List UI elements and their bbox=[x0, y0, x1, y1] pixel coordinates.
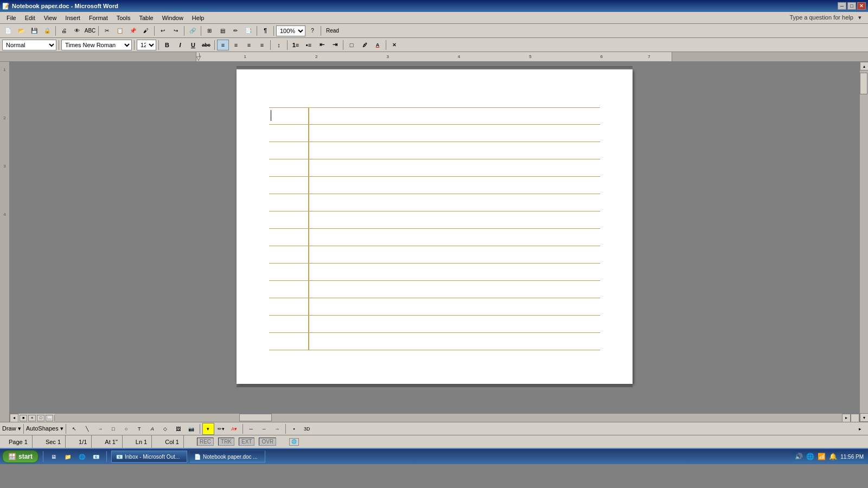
start-button[interactable]: 🪟 start bbox=[2, 450, 39, 463]
table-button[interactable]: ⊞ bbox=[203, 25, 215, 37]
normal-view-btn[interactable]: ■ bbox=[20, 415, 27, 421]
numbering-button[interactable]: 1≡ bbox=[290, 40, 302, 50]
paper-line-7[interactable] bbox=[269, 211, 600, 229]
undo-button[interactable]: ↩ bbox=[157, 25, 169, 37]
line-style-btn[interactable]: ─ bbox=[245, 423, 257, 435]
paper-line-5[interactable] bbox=[269, 177, 600, 194]
align-left-button[interactable]: ≡ bbox=[217, 40, 229, 50]
copy-button[interactable]: 📋 bbox=[114, 25, 126, 37]
font-select[interactable]: Times New Roman bbox=[61, 40, 132, 50]
v-scroll-up-btn[interactable]: ▴ bbox=[860, 62, 868, 70]
document-page[interactable] bbox=[237, 69, 633, 384]
reading-view-btn[interactable]: 📖 bbox=[46, 415, 53, 421]
show-hide-button[interactable]: ¶ bbox=[259, 25, 271, 37]
draw-button[interactable]: Draw ▾ bbox=[2, 425, 21, 432]
paper-line-2[interactable] bbox=[269, 125, 600, 142]
spell-button[interactable]: ABC bbox=[84, 25, 96, 37]
outside-border-button[interactable]: □ bbox=[346, 40, 358, 50]
paper-line-10[interactable] bbox=[269, 264, 600, 281]
tray-icon-4[interactable]: 🔔 bbox=[829, 453, 837, 460]
taskbar-quick-4[interactable]: 📧 bbox=[90, 451, 102, 463]
shadow-btn[interactable]: ▪ bbox=[288, 423, 300, 435]
strikethrough-button[interactable]: abc bbox=[200, 40, 212, 50]
zoom-select[interactable]: 100% bbox=[276, 25, 305, 36]
fill-color-btn[interactable]: ▾ bbox=[202, 423, 214, 435]
menu-format[interactable]: Format bbox=[85, 12, 112, 23]
taskbar-quick-3[interactable]: 🌐 bbox=[76, 451, 88, 463]
insert-diag-btn[interactable]: ◇ bbox=[159, 423, 171, 435]
extra-btn[interactable]: ✕ bbox=[388, 40, 400, 50]
line-color-btn[interactable]: ✏▾ bbox=[215, 423, 227, 435]
select-btn[interactable]: ↖ bbox=[68, 423, 80, 435]
docmap-button[interactable]: 📑 bbox=[242, 25, 254, 37]
paper-line-4[interactable] bbox=[269, 159, 600, 177]
taskbar-item-word[interactable]: 📄 Notebook paper.doc ... bbox=[189, 451, 265, 463]
line-btn[interactable]: ╲ bbox=[81, 423, 93, 435]
arrow-btn[interactable]: → bbox=[94, 423, 106, 435]
rect-btn[interactable]: □ bbox=[107, 423, 119, 435]
menu-edit[interactable]: Edit bbox=[21, 12, 40, 23]
preview-button[interactable]: 👁 bbox=[71, 25, 83, 37]
paste-button[interactable]: 📌 bbox=[127, 25, 139, 37]
menu-tools[interactable]: Tools bbox=[112, 12, 135, 23]
h-scroll-right-btn[interactable]: ▸ bbox=[842, 414, 851, 422]
format-painter[interactable]: 🖌 bbox=[140, 25, 152, 37]
left-indent-marker[interactable]: ▽ bbox=[196, 55, 201, 61]
line-spacing-button[interactable]: ↕ bbox=[273, 40, 285, 50]
size-select[interactable]: 12 bbox=[137, 40, 156, 50]
decrease-indent-button[interactable]: ⇤ bbox=[316, 40, 328, 50]
v-scroll-down-btn[interactable]: ▾ bbox=[860, 413, 868, 422]
oval-btn[interactable]: ○ bbox=[120, 423, 132, 435]
h-scroll-track[interactable] bbox=[55, 414, 842, 422]
clipart-btn[interactable]: 🖼 bbox=[173, 423, 184, 435]
paper-line-6[interactable] bbox=[269, 194, 600, 211]
h-scroll-left-btn[interactable]: ◂ bbox=[10, 414, 18, 422]
align-center-button[interactable]: ≡ bbox=[230, 40, 242, 50]
right-arrow-btn[interactable]: ▸ bbox=[854, 423, 866, 435]
print-view-btn[interactable]: □ bbox=[37, 415, 44, 421]
italic-button[interactable]: I bbox=[174, 40, 186, 50]
redo-button[interactable]: ↪ bbox=[170, 25, 182, 37]
hyperlink-button[interactable]: 🔗 bbox=[187, 25, 199, 37]
font-color-button[interactable]: A bbox=[372, 40, 384, 50]
paper-line-3[interactable] bbox=[269, 142, 600, 159]
ovr-indicator[interactable]: OVR bbox=[259, 438, 276, 446]
cut-button[interactable]: ✂ bbox=[101, 25, 113, 37]
tray-icon-3[interactable]: 📶 bbox=[818, 453, 826, 460]
paper-line-12[interactable] bbox=[269, 298, 600, 316]
document-area[interactable] bbox=[10, 62, 859, 413]
print-button[interactable]: 🖨 bbox=[58, 25, 70, 37]
dash-style-btn[interactable]: -- bbox=[258, 423, 270, 435]
bold-button[interactable]: B bbox=[161, 40, 173, 50]
align-right-button[interactable]: ≡ bbox=[243, 40, 255, 50]
justify-button[interactable]: ≡ bbox=[256, 40, 268, 50]
menu-help[interactable]: Help bbox=[188, 12, 209, 23]
paper-line-13[interactable] bbox=[269, 316, 600, 333]
paper-line-11[interactable] bbox=[269, 281, 600, 298]
help-search[interactable]: Type a question for help ▾ bbox=[789, 14, 866, 21]
autoshapes-button[interactable]: AutoShapes ▾ bbox=[26, 425, 63, 432]
font-color-btn2[interactable]: A▾ bbox=[228, 423, 240, 435]
tray-icon-2[interactable]: 🌐 bbox=[806, 453, 814, 460]
wordart-btn[interactable]: A bbox=[146, 423, 158, 435]
columns-button[interactable]: ▤ bbox=[216, 25, 228, 37]
v-scroll-thumb[interactable] bbox=[860, 73, 867, 94]
lang-btn[interactable]: 🌐 bbox=[289, 438, 299, 446]
menu-window[interactable]: Window bbox=[158, 12, 188, 23]
outline-view-btn[interactable]: ≡ bbox=[28, 415, 36, 421]
maximize-button[interactable]: □ bbox=[847, 2, 856, 10]
tray-icon-1[interactable]: 🔊 bbox=[795, 453, 803, 460]
taskbar-item-outlook[interactable]: 📧 Inbox - Microsoft Out... bbox=[111, 451, 187, 463]
image-btn[interactable]: 📷 bbox=[186, 423, 197, 435]
underline-button[interactable]: U bbox=[187, 40, 199, 50]
drawing-button[interactable]: ✏ bbox=[229, 25, 241, 37]
menu-file[interactable]: File bbox=[2, 12, 21, 23]
style-select[interactable]: Normal bbox=[2, 40, 56, 50]
increase-indent-button[interactable]: ⇥ bbox=[329, 40, 341, 50]
zoom-help[interactable]: ? bbox=[307, 25, 318, 37]
bullets-button[interactable]: •≡ bbox=[303, 40, 315, 50]
3d-btn[interactable]: 3D bbox=[301, 423, 313, 435]
textbox-btn[interactable]: T bbox=[133, 423, 145, 435]
highlight-button[interactable]: 🖊 bbox=[359, 40, 371, 50]
paper-line-1[interactable] bbox=[269, 107, 600, 125]
